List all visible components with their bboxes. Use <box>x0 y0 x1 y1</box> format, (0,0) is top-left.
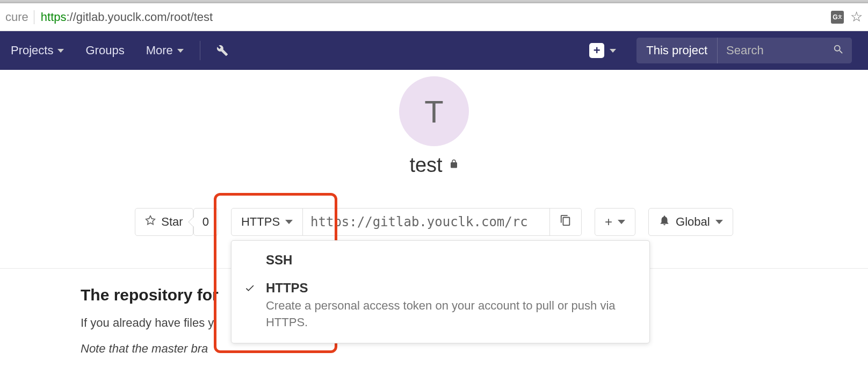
add-dropdown-button[interactable]: + <box>595 208 635 236</box>
protocol-dropdown: SSH HTTPS Create a personal access token… <box>231 240 650 343</box>
project-actions: Star 0 HTTPS <box>135 208 733 236</box>
check-icon <box>244 283 255 293</box>
option-https-desc: Create a personal access token on your a… <box>266 298 639 331</box>
new-dropdown[interactable]: + <box>582 43 624 58</box>
chevron-down-icon <box>285 220 293 224</box>
nav-more-label: More <box>146 44 173 58</box>
star-icon <box>145 215 156 229</box>
nav-groups-label: Groups <box>85 44 124 58</box>
security-indicator: cure <box>5 10 34 24</box>
copy-url-button[interactable] <box>550 208 582 236</box>
protocol-option-https[interactable]: HTTPS Create a personal access token on … <box>232 274 649 337</box>
project-name: test <box>409 154 442 177</box>
browser-address-bar: cure https://gitlab.youclk.com/root/test… <box>0 3 868 31</box>
search-button[interactable] <box>825 44 852 58</box>
star-count: 0 <box>193 208 218 236</box>
url-display[interactable]: https://gitlab.youclk.com/root/test <box>41 10 831 24</box>
search-input[interactable] <box>718 44 825 58</box>
project-avatar: T <box>399 76 469 146</box>
project-main: T test Star 0 HTTPS <box>0 70 868 356</box>
protocol-option-ssh[interactable]: SSH <box>232 246 649 274</box>
admin-wrench-icon[interactable] <box>206 31 239 70</box>
nav-projects-label: Projects <box>11 44 53 58</box>
plus-icon: + <box>605 214 612 229</box>
project-title: test <box>409 154 458 177</box>
protocol-selector[interactable]: HTTPS <box>231 208 303 236</box>
star-label: Star <box>161 215 183 229</box>
url-protocol: https <box>41 10 67 24</box>
chevron-down-icon <box>610 49 616 53</box>
chevron-down-icon <box>715 220 723 224</box>
copy-icon <box>560 214 572 229</box>
notification-dropdown[interactable]: Global <box>648 208 733 236</box>
plus-icon: + <box>589 43 604 58</box>
search-container: This project <box>636 38 852 63</box>
option-https-label: HTTPS <box>266 281 639 296</box>
clone-url-input[interactable] <box>303 208 550 236</box>
nav-divider <box>200 41 200 60</box>
search-icon <box>833 44 844 55</box>
gitlab-navbar: Projects Groups More + This project <box>0 31 868 70</box>
bookmark-star-icon[interactable]: ☆ <box>850 9 863 25</box>
chevron-down-icon <box>177 49 184 53</box>
chevron-down-icon <box>618 220 625 224</box>
option-ssh-label: SSH <box>266 253 639 268</box>
nav-more[interactable]: More <box>135 31 194 70</box>
nav-projects[interactable]: Projects <box>0 31 75 70</box>
repo-note: Note that the master bra <box>81 342 787 356</box>
protocol-label: HTTPS <box>241 215 280 229</box>
url-path: ://gitlab.youclk.com/root/test <box>67 10 213 24</box>
nav-groups[interactable]: Groups <box>75 31 135 70</box>
star-button[interactable]: Star <box>135 208 193 236</box>
lock-icon <box>449 159 459 171</box>
search-scope[interactable]: This project <box>636 38 718 63</box>
notification-label: Global <box>676 215 710 229</box>
bell-icon <box>659 214 670 229</box>
translate-icon[interactable]: G文 <box>831 11 844 24</box>
chevron-down-icon <box>57 49 64 53</box>
